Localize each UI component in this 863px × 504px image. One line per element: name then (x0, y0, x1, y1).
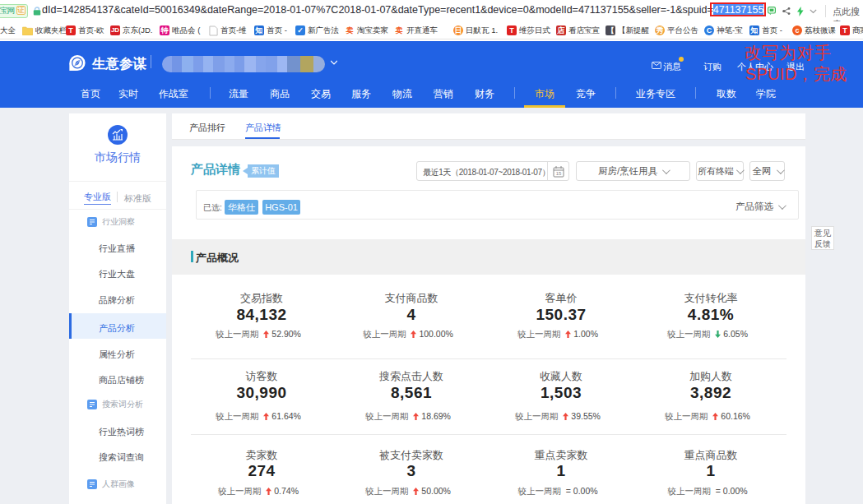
svg-text:15: 15 (556, 171, 562, 176)
